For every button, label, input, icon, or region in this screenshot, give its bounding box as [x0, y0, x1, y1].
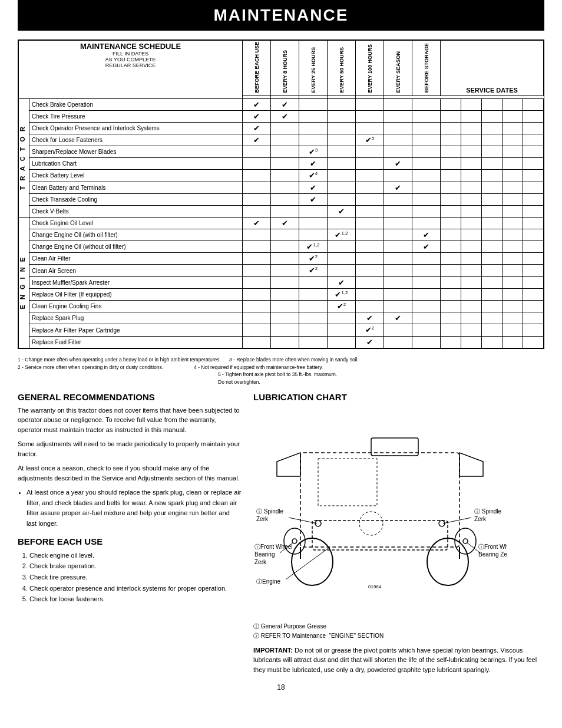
service-date-cell [441, 134, 461, 146]
service-date-cell [441, 229, 461, 241]
general-rec-bullets: At least once a year you should replace … [27, 487, 242, 529]
check-cell [271, 193, 299, 205]
check-cell [412, 312, 441, 324]
service-date-cell [441, 217, 461, 229]
check-cell [328, 336, 356, 348]
check-cell [412, 170, 441, 182]
lub-legend-1: ⓘ General Purpose Grease [253, 622, 544, 631]
check-cell [299, 324, 328, 336]
check-cell [328, 158, 356, 170]
svg-text:Zerk: Zerk [474, 516, 487, 522]
check-cell [243, 205, 271, 217]
check-cell: ✔ [271, 98, 299, 110]
service-date-cell [503, 182, 523, 193]
check-cell [299, 312, 328, 324]
check-cell: ✔2 [299, 265, 328, 276]
service-date-cell [461, 312, 482, 324]
col-every-50-hours: EVERY 50 HOURS [328, 41, 356, 96]
check-cell [356, 205, 384, 217]
check-cell [328, 324, 356, 336]
check-cell [271, 324, 299, 336]
check-cell [271, 170, 299, 182]
service-date-cell [503, 229, 523, 241]
check-cell [384, 253, 412, 265]
engine-row-item: Replace Spark Plug [29, 312, 243, 324]
fill-in-dates: FILL IN DATES [21, 51, 240, 57]
tractor-row-item: Check for Loose Fasteners [29, 134, 243, 146]
service-date-cell [441, 265, 461, 276]
check-cell [412, 205, 441, 217]
check-cell [271, 336, 299, 348]
check-cell [412, 217, 441, 229]
check-cell [299, 276, 328, 288]
check-cell [384, 265, 412, 276]
service-date-cell [523, 158, 544, 170]
check-cell: ✔1,2 [299, 241, 328, 252]
service-date-cell [503, 193, 523, 205]
check-cell: ✔5 [356, 134, 384, 146]
tractor-row-item: Check Transaxle Cooling [29, 193, 243, 205]
check-cell: ✔ [243, 110, 271, 122]
service-date-cell [482, 182, 503, 193]
service-date-cell [441, 146, 461, 157]
service-date-cell [441, 301, 461, 312]
service-date-cell [461, 122, 482, 134]
check-cell: ✔ [299, 193, 328, 205]
check-cell [412, 193, 441, 205]
svg-text:Bearing Zerk: Bearing Zerk [478, 551, 507, 558]
footnote-do-not: Do not overtighten. [218, 378, 544, 386]
check-cell [356, 146, 384, 157]
engine-row-item: Inspect Muffler/Spark Arrester [29, 276, 243, 288]
service-date-cell [503, 217, 523, 229]
col-before-storage: BEFORE STORAGE [412, 41, 441, 96]
service-date-cell [461, 98, 482, 110]
service-date-cell [441, 193, 461, 205]
check-cell [412, 336, 441, 348]
check-cell [328, 182, 356, 193]
service-date-cell [523, 182, 544, 193]
check-cell [328, 241, 356, 252]
service-date-cell [523, 253, 544, 265]
footnote-5: 5 - Tighten front axle pivot bolt to 35 … [218, 371, 544, 378]
check-cell [412, 324, 441, 336]
maintenance-schedule: MAINTENANCE SCHEDULE FILL IN DATES AS YO… [18, 39, 544, 349]
check-cell [384, 301, 412, 312]
check-cell [412, 265, 441, 276]
check-cell [384, 146, 412, 157]
engine-row-item: Change Engine Oil (with oil filter) [29, 229, 243, 241]
check-cell: ✔ [243, 122, 271, 134]
service-date-cell [461, 110, 482, 122]
before-use-item-4: Check operator presence and interlock sy… [29, 583, 242, 594]
service-dates-header: SERVICE DATES [441, 41, 544, 96]
general-rec-title: GENERAL RECOMMENDATIONS [18, 392, 242, 402]
svg-rect-11 [318, 459, 377, 506]
service-date-cell [461, 170, 482, 182]
check-cell [328, 122, 356, 134]
service-date-cell [461, 134, 482, 146]
service-date-cell [523, 217, 544, 229]
check-cell [356, 193, 384, 205]
check-cell [412, 122, 441, 134]
service-date-cell [523, 301, 544, 312]
service-date-cell [482, 205, 503, 217]
engine-row-item: Check Engine Oil Level [29, 217, 243, 229]
check-cell [356, 265, 384, 276]
check-cell: ✔3 [299, 146, 328, 157]
service-date-cell [461, 182, 482, 193]
left-section: GENERAL RECOMMENDATIONS The warranty on … [18, 392, 242, 675]
check-cell [412, 276, 441, 288]
check-cell: ✔ [412, 229, 441, 241]
schedule-title: MAINTENANCE SCHEDULE [21, 42, 240, 51]
service-date-cell [482, 276, 503, 288]
check-cell [271, 205, 299, 217]
service-date-cell [461, 324, 482, 336]
service-date-cell [441, 253, 461, 265]
check-cell [328, 265, 356, 276]
service-date-cell [503, 146, 523, 157]
schedule-table: MAINTENANCE SCHEDULE FILL IN DATES AS YO… [18, 40, 544, 348]
check-cell: ✔ [328, 276, 356, 288]
check-cell [356, 288, 384, 300]
svg-text:ⓘ Spindle: ⓘ Spindle [474, 508, 502, 515]
tractor-row-item: Check Tire Pressure [29, 110, 243, 122]
check-cell: ✔4 [299, 170, 328, 182]
